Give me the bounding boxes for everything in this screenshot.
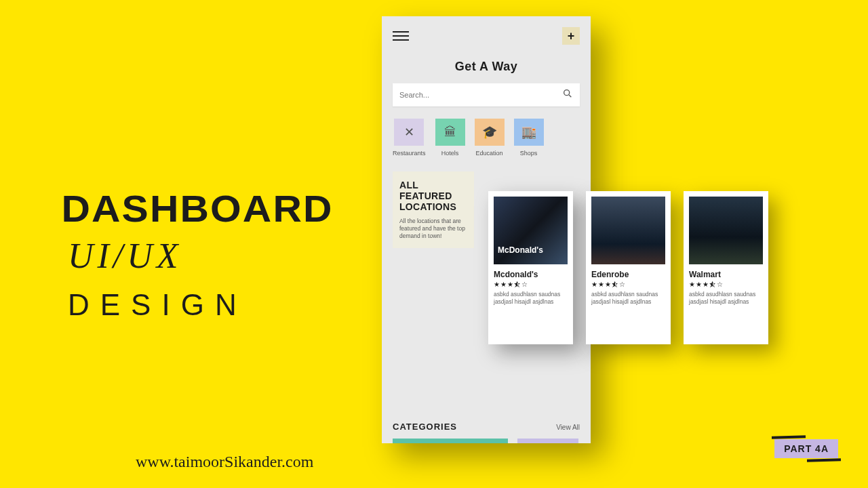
view-all-link[interactable]: View All [556, 424, 580, 431]
featured-heading: ALL FEATURED LOCATIONS [399, 180, 467, 212]
location-image [494, 197, 568, 264]
quick-categories: ✕ Restaurants 🏛 Hotels 🎓 Education 🏬 Sho… [393, 119, 580, 157]
location-card-mcdonalds[interactable]: Mcdonald's ★★★⯪☆ asbkd asudhlasn saudnas… [488, 191, 573, 344]
category-label: Shops [514, 150, 544, 157]
rating-stars: ★★★⯪☆ [689, 281, 763, 288]
restaurants-icon[interactable]: ✕ [394, 119, 424, 146]
app-bar: + [393, 27, 580, 45]
svg-point-0 [564, 90, 570, 96]
menu-icon[interactable] [393, 28, 409, 43]
category-card-hospital[interactable]: HOSPITAL [517, 439, 578, 443]
promo-text-block: DASHBOARD UI/UX DESIGN [68, 186, 327, 322]
location-name: Mcdonald's [494, 270, 568, 279]
app-title: Get A Way [393, 60, 580, 74]
promo-line-2: UI/UX [68, 236, 327, 276]
categories-heading: CATEGORIES [393, 422, 457, 432]
category-restaurants[interactable]: ✕ Restaurants [393, 119, 426, 157]
rating-stars: ★★★⯪☆ [591, 281, 665, 288]
category-label: Hotels [435, 150, 465, 157]
add-button[interactable]: + [562, 27, 580, 45]
location-image [689, 197, 763, 264]
featured-intro-card: ALL FEATURED LOCATIONS All the locations… [393, 171, 474, 248]
author-url: www.taimoorSikander.com [136, 453, 313, 471]
location-card-edenrobe[interactable]: Edenrobe ★★★⯪☆ asbkd asudhlasn saudnas j… [586, 191, 671, 344]
search-icon[interactable] [562, 88, 573, 102]
promo-line-1: DASHBOARD [61, 186, 333, 230]
search-bar[interactable] [393, 83, 580, 106]
shops-icon[interactable]: 🏬 [514, 119, 544, 146]
rating-stars: ★★★⯪☆ [494, 281, 568, 288]
location-desc: asbkd asudhlasn saudnas jasdjasl hisajdl… [689, 291, 763, 305]
category-card-education[interactable]: EDUCATION [393, 439, 508, 443]
svg-line-1 [569, 95, 571, 97]
search-input[interactable] [399, 91, 562, 99]
education-icon[interactable]: 🎓 [475, 119, 505, 146]
featured-body: All the locations that are featured and … [399, 218, 467, 240]
category-hotels[interactable]: 🏛 Hotels [435, 119, 465, 157]
location-desc: asbkd asudhlasn saudnas jasdjasl hisajdl… [591, 291, 665, 305]
location-desc: asbkd asudhlasn saudnas jasdjasl hisajdl… [494, 291, 568, 305]
promo-line-3: DESIGN [68, 288, 327, 322]
location-image [591, 197, 665, 264]
location-name: Edenrobe [591, 270, 665, 279]
location-name: Walmart [689, 270, 763, 279]
location-card-walmart[interactable]: Walmart ★★★⯪☆ asbkd asudhlasn saudnas ja… [684, 191, 768, 344]
hotels-icon[interactable]: 🏛 [435, 119, 465, 146]
category-label: Restaurants [393, 150, 426, 157]
part-badge: PART 4A [774, 439, 838, 458]
category-label: Education [475, 150, 505, 157]
categories-section: CATEGORIES View All EDUCATION HOSPITAL [393, 422, 580, 443]
category-shops[interactable]: 🏬 Shops [514, 119, 544, 157]
category-education[interactable]: 🎓 Education [475, 119, 505, 157]
